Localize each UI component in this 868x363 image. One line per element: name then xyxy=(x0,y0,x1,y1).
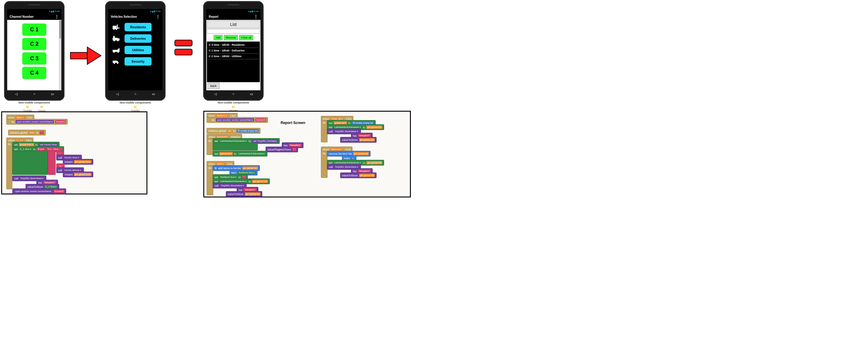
nav-back-icon[interactable] xyxy=(114,92,120,96)
list-item[interactable]: C 3 time - 18h35 - Residents xyxy=(208,42,259,48)
kw-when: when xyxy=(209,114,215,117)
pill-openscreen: open another screen screenName xyxy=(16,120,54,123)
list-item[interactable]: C 1 time - 18h40 - Deliveries xyxy=(208,48,259,54)
nav-home-icon[interactable] xyxy=(31,92,37,96)
blk-set-gl-lvelems[interactable]: set global list to ListViewScr9.Elements xyxy=(213,151,268,157)
channel-btn-c3[interactable]: C 3 xyxy=(22,52,46,64)
nav-recent-icon[interactable] xyxy=(49,92,55,96)
pill-lvelems[interactable]: ListViewScr9.Elements xyxy=(238,152,266,155)
scrollbar[interactable] xyxy=(59,20,61,90)
nonvisible-label: Non-visible components xyxy=(16,101,52,104)
phone-report: ▸◢ ▮ 9:48 Report ⋮ List Add Remove Clear… xyxy=(203,1,264,101)
channel-btn-c4[interactable]: C 4 xyxy=(22,67,46,79)
nav-recent-icon[interactable] xyxy=(248,92,254,96)
kw-init: initialize global xyxy=(209,130,226,133)
blk-vts4[interactable]: valueToStore get global list xyxy=(340,172,377,178)
kw-item: item xyxy=(231,171,237,174)
btn-residents[interactable]: Residents xyxy=(125,23,152,31)
pill-getgl-r: get global list xyxy=(353,152,369,155)
blk-do-openscreen[interactable]: do open another screen screenName Screen… xyxy=(6,119,68,124)
svg-point-4 xyxy=(116,29,117,30)
phone-channel: ▸◢ ▮ 9:48 Channel Number ⋮ C 1 C 2 C 3 C… xyxy=(4,1,64,101)
pill-one: 1 xyxy=(351,157,354,160)
kw-set: set xyxy=(329,161,332,164)
blk-do-remove[interactable]: do xyxy=(321,151,328,178)
nav-recent-icon[interactable] xyxy=(150,92,156,96)
blk-vts3[interactable]: valueToStore get global list xyxy=(340,137,377,143)
overflow-menu-icon[interactable]: ⋮ xyxy=(156,15,160,19)
pill-c1text2[interactable]: C_1.Text xyxy=(44,185,58,189)
svg-marker-1 xyxy=(87,47,101,64)
btn-utilities[interactable]: Utilities xyxy=(125,46,152,54)
kw-init-evt: .Initialize xyxy=(230,135,240,138)
app-title: Report xyxy=(209,15,218,18)
btn-remove[interactable]: Remove xyxy=(224,35,238,40)
kw-do: do xyxy=(323,152,326,155)
blk-vts2[interactable]: valueToStore get global list xyxy=(226,191,262,197)
nv-tinydb: TinyDB1 xyxy=(23,105,32,112)
pill-join: ⚙ join xyxy=(37,147,45,151)
kw-set: set xyxy=(329,121,332,124)
pill-getgl-e2: get global list xyxy=(359,138,375,141)
kw-to: to xyxy=(249,180,251,183)
app-bar: Channel Number ⋮ xyxy=(7,13,61,20)
btn-clear[interactable]: Clear all xyxy=(239,35,253,40)
status-bar: ▸◢ ▮ 9:48 xyxy=(108,9,162,13)
channel-btn-c1[interactable]: C 1 xyxy=(22,24,46,35)
btn-security[interactable]: Security xyxy=(125,57,152,66)
kw-call: call xyxy=(58,169,62,172)
blk-do-s9[interactable]: do xyxy=(207,138,213,155)
pill-getgl-r3: get global list xyxy=(359,174,375,177)
blk-instant2[interactable]: instant get global time xyxy=(63,172,93,177)
blk-do-clear[interactable]: do xyxy=(321,120,328,142)
kw-to: to xyxy=(33,148,36,151)
kw-click: .Click xyxy=(26,116,32,119)
pill-gl[interactable]: global list xyxy=(219,152,233,155)
overflow-menu-icon[interactable]: ⋮ xyxy=(55,15,59,19)
btn-add[interactable]: Add xyxy=(214,35,223,40)
blk-open-screen9[interactable]: open another screen screenName Screen9 xyxy=(12,189,66,194)
blk-vint[interactable]: valueIfTagNotThere " " xyxy=(266,147,298,152)
kw-do: do xyxy=(11,120,14,123)
wifi-icon: ▸◢ xyxy=(150,10,153,12)
nav-bar xyxy=(108,91,162,97)
blk-init-global-list[interactable]: initialize global list to ⚙ create empty… xyxy=(207,128,260,134)
kw-call: call xyxy=(214,184,219,187)
pill-c1text[interactable]: C_1.Text xyxy=(19,147,32,151)
blk-instant1[interactable]: instant get global time xyxy=(63,159,93,165)
nav-home-icon[interactable] xyxy=(132,92,138,96)
pill-lv[interactable]: ListViewScr9.Elements xyxy=(219,139,248,143)
phone-speaker xyxy=(227,4,239,5)
nav-back-icon[interactable] xyxy=(13,92,19,96)
pill-txtscr[interactable]: TextScr9.Text xyxy=(238,171,256,174)
blk-do-row[interactable]: do xyxy=(6,142,12,189)
kw-instant: instant xyxy=(65,173,73,176)
channel-btn-c2[interactable]: C 2 xyxy=(22,38,46,50)
nonvisible-1: Non-visible components TinyDB1 Clock1 xyxy=(16,101,52,112)
battery-icon: ▮ xyxy=(252,10,253,12)
kw-to: to xyxy=(363,126,365,129)
kw-click: .Click xyxy=(25,139,32,142)
report-input[interactable] xyxy=(207,29,260,34)
van-icon xyxy=(112,58,120,65)
svg-point-17 xyxy=(117,63,118,64)
blk-set-body2 xyxy=(213,143,258,150)
blk-do-open5[interactable]: do open another screen screenName Screen… xyxy=(207,117,268,123)
blk-do-add[interactable]: do xyxy=(207,165,213,195)
svg-point-15 xyxy=(118,52,119,53)
phone-speaker xyxy=(129,4,142,5)
nav-back-icon[interactable] xyxy=(212,92,218,96)
blk-init-global-time[interactable]: initialize global time to " " xyxy=(8,130,46,135)
pill-globaltime[interactable]: global time xyxy=(19,143,34,146)
list-item[interactable]: C 2 time - 18h50 - Utilities xyxy=(208,54,259,59)
btn-back[interactable]: back xyxy=(208,83,220,89)
pill-createempty: ⚙ create empty list xyxy=(237,129,259,133)
btn-deliveries[interactable]: Deliveries xyxy=(125,34,152,43)
nav-bar xyxy=(7,91,61,97)
blk-join-body xyxy=(48,151,56,175)
kw-tag: tag xyxy=(239,189,242,191)
overflow-menu-icon[interactable]: ⋮ xyxy=(254,15,258,19)
kw-do: do xyxy=(209,166,211,169)
nav-home-icon[interactable] xyxy=(230,92,237,96)
kw-set: set xyxy=(329,126,332,129)
